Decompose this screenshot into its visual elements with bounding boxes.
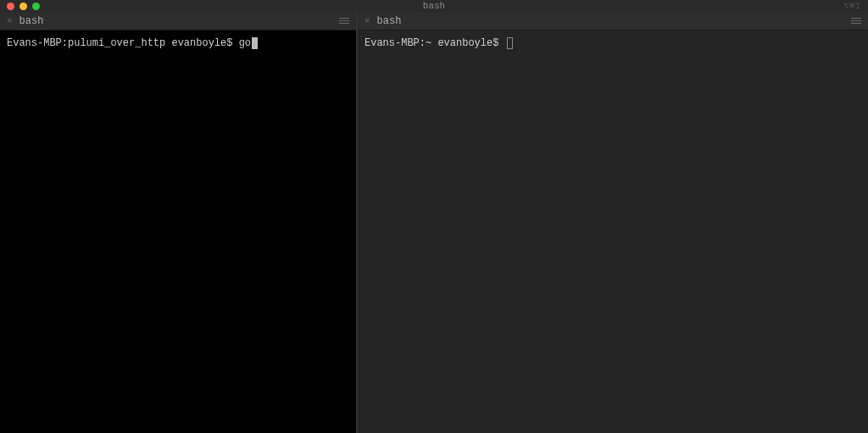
minimize-window-button[interactable] xyxy=(19,3,27,10)
tab-label[interactable]: bash xyxy=(377,15,402,27)
terminal-pane-right[interactable]: × bash Evans-MBP:~ evanboyle$ xyxy=(358,12,868,433)
close-tab-icon[interactable]: × xyxy=(7,16,13,26)
close-tab-icon[interactable]: × xyxy=(364,16,370,26)
terminal-body-left[interactable]: Evans-MBP:pulumi_over_http evanboyle$ go xyxy=(0,31,356,433)
cursor-icon xyxy=(507,37,513,49)
window-titlebar: bash ⌥⌘1 xyxy=(0,0,868,12)
tabbar-right: × bash xyxy=(358,12,868,31)
prompt-line: Evans-MBP:~ evanboyle$ xyxy=(364,36,861,51)
maximize-window-button[interactable] xyxy=(32,3,40,10)
prompt-line: Evans-MBP:pulumi_over_http evanboyle$ go xyxy=(7,36,349,51)
tab-label[interactable]: bash xyxy=(19,15,44,27)
split-panes: × bash Evans-MBP:pulumi_over_http evanbo… xyxy=(0,12,868,433)
terminal-pane-left[interactable]: × bash Evans-MBP:pulumi_over_http evanbo… xyxy=(0,12,356,433)
cursor-icon xyxy=(252,37,258,49)
prompt-text: Evans-MBP:pulumi_over_http evanboyle$ xyxy=(7,36,239,51)
tabbar-left: × bash xyxy=(0,12,356,31)
close-window-button[interactable] xyxy=(7,3,14,10)
hamburger-icon[interactable] xyxy=(339,18,349,24)
hamburger-icon[interactable] xyxy=(851,18,861,24)
prompt-text: Evans-MBP:~ evanboyle$ xyxy=(364,36,505,51)
titlebar-indicator: ⌥⌘1 xyxy=(843,1,861,11)
window-title: bash xyxy=(423,1,445,11)
typed-command: go xyxy=(239,36,251,51)
terminal-body-right[interactable]: Evans-MBP:~ evanboyle$ xyxy=(358,31,868,433)
traffic-lights xyxy=(7,3,40,10)
